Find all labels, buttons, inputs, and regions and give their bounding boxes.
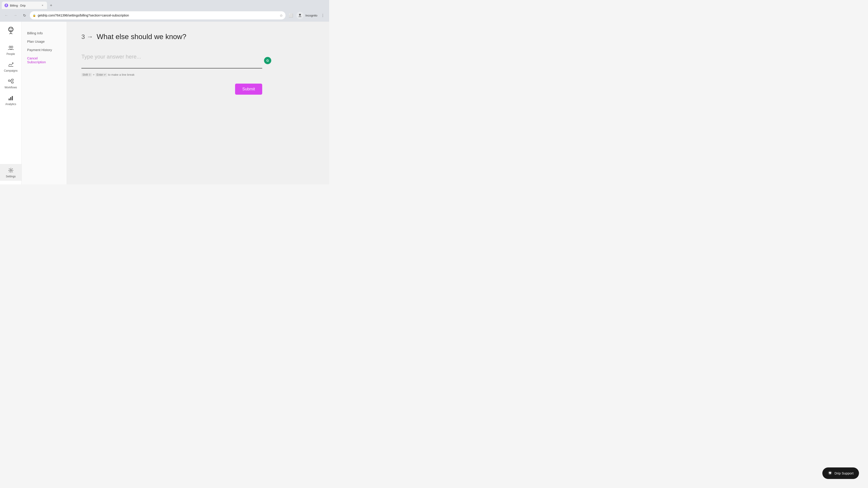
main-content: 3 → What else should we know? G Shift ⇧ … — [67, 22, 329, 184]
sidebar: People Campaigns — [0, 22, 22, 184]
toolbar-right: ⬜ Incognito ⋮ — [287, 12, 327, 19]
url-bar[interactable]: 🔒 getdrip.com/7641396/settings/billing?s… — [30, 11, 285, 20]
tab-title: Billing · Drip — [10, 4, 39, 7]
bookmark-icon[interactable]: ☆ — [280, 13, 283, 18]
sub-nav-cancel-subscription[interactable]: CancelSubscription — [27, 54, 61, 66]
url-text: getdrip.com/7641396/settings/billing?sec… — [38, 13, 278, 17]
svg-rect-9 — [11, 82, 13, 83]
svg-point-0 — [6, 4, 7, 6]
tab-favicon — [4, 4, 8, 7]
analytics-label: Analytics — [5, 103, 16, 106]
sidebar-item-settings[interactable]: Settings — [0, 164, 22, 181]
people-label: People — [6, 53, 15, 56]
sub-nav-payment-history[interactable]: Payment History — [27, 46, 61, 54]
sub-nav-billing-info[interactable]: Billing Info — [27, 29, 61, 37]
enter-key: Enter ↵ — [95, 73, 107, 76]
sub-nav-plan-usage[interactable]: Plan Usage — [27, 37, 61, 46]
people-icon — [7, 44, 14, 52]
svg-rect-7 — [8, 80, 10, 81]
drip-logo — [5, 25, 16, 36]
svg-rect-12 — [12, 96, 13, 100]
answer-area: G — [81, 52, 262, 69]
svg-point-3 — [9, 28, 10, 29]
settings-icon — [7, 167, 14, 174]
incognito-label: Incognito — [305, 14, 317, 17]
back-button[interactable]: ← — [3, 12, 10, 19]
sidebar-item-campaigns[interactable]: Campaigns — [0, 58, 22, 75]
question-section: 3 → What else should we know? G Shift ⇧ … — [81, 33, 262, 95]
campaigns-label: Campaigns — [4, 69, 18, 72]
sidebar-item-analytics[interactable]: Analytics — [0, 92, 22, 108]
tab-close-button[interactable]: × — [41, 4, 44, 7]
svg-point-13 — [10, 170, 11, 171]
app-container: People Campaigns — [0, 22, 329, 184]
svg-point-5 — [9, 46, 11, 48]
sidebar-item-people[interactable]: People — [0, 41, 22, 58]
svg-rect-11 — [10, 97, 11, 100]
refresh-button[interactable]: ↻ — [21, 12, 28, 19]
active-tab[interactable]: Billing · Drip × — [2, 2, 47, 9]
step-arrow-icon: → — [87, 33, 93, 40]
svg-rect-8 — [11, 79, 13, 80]
sub-sidebar: Billing Info Plan Usage Payment History … — [22, 22, 67, 184]
campaigns-icon — [7, 61, 14, 68]
submit-button[interactable]: Submit — [235, 84, 262, 95]
workflows-icon — [7, 78, 14, 85]
grammarly-icon: G — [267, 59, 269, 62]
question-text: What else should we know? — [97, 33, 186, 41]
svg-rect-10 — [8, 98, 10, 100]
svg-point-1 — [299, 14, 301, 15]
question-header: 3 → What else should we know? — [81, 33, 262, 41]
profile-button[interactable] — [296, 12, 304, 19]
nav-items: People Campaigns — [0, 40, 22, 160]
sidebar-bottom: Settings — [0, 160, 22, 184]
lock-icon: 🔒 — [33, 14, 36, 17]
browser-chrome: Billing · Drip × + ← → ↻ 🔒 getdrip.com/7… — [0, 0, 329, 22]
svg-point-6 — [11, 46, 13, 48]
logo-area[interactable] — [0, 22, 22, 40]
step-number: 3 — [81, 33, 85, 40]
answer-input[interactable] — [81, 52, 262, 68]
workflows-label: Workflows — [4, 86, 17, 89]
new-tab-button[interactable]: + — [48, 2, 54, 8]
shift-key: Shift ⇧ — [81, 73, 92, 76]
forward-button[interactable]: → — [12, 12, 19, 19]
grammarly-button[interactable]: G — [264, 57, 271, 64]
cast-icon[interactable]: ⬜ — [287, 12, 294, 19]
tab-bar: Billing · Drip × + — [0, 0, 329, 9]
sidebar-item-workflows[interactable]: Workflows — [0, 75, 22, 92]
settings-label: Settings — [6, 175, 16, 178]
hint-text: Shift ⇧ + Enter ↵ to make a line break — [81, 73, 262, 76]
address-bar: ← → ↻ 🔒 getdrip.com/7641396/settings/bil… — [0, 9, 329, 22]
analytics-icon — [7, 94, 14, 102]
step-indicator: 3 → — [81, 33, 93, 40]
svg-point-4 — [11, 28, 12, 29]
menu-button[interactable]: ⋮ — [319, 12, 327, 19]
